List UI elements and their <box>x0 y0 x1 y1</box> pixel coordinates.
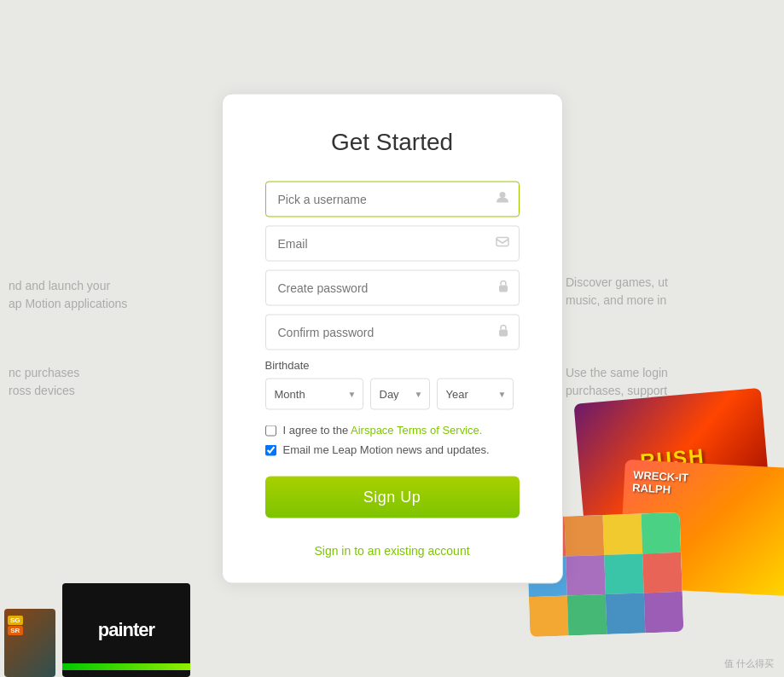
newsletter-checkbox[interactable] <box>265 445 276 456</box>
svg-rect-12 <box>499 286 508 292</box>
svg-rect-11 <box>497 238 508 246</box>
form-title: Get Started <box>265 129 520 156</box>
email-input[interactable] <box>265 226 520 262</box>
day-select[interactable]: Day for(let i=1;i<=31;i++) document.writ… <box>370 379 430 410</box>
birthdate-row: Month January February March April May J… <box>265 379 520 410</box>
svg-rect-13 <box>499 330 508 337</box>
email-field-wrapper <box>265 226 520 262</box>
tos-link[interactable]: Airspace Terms of Service. <box>351 424 482 437</box>
confirm-password-input[interactable] <box>265 315 520 350</box>
day-select-wrapper: Day for(let i=1;i<=31;i++) document.writ… <box>370 379 430 410</box>
username-input[interactable] <box>265 182 520 217</box>
birthdate-label: Birthdate <box>265 359 520 372</box>
signup-form-card: Get Started <box>222 94 563 584</box>
signup-button[interactable]: Sign Up <box>265 477 520 518</box>
month-select[interactable]: Month January February March April May J… <box>265 379 363 410</box>
lock-icon <box>497 280 509 297</box>
tos-prefix: I agree to the <box>283 424 351 437</box>
year-select-wrapper: Year for(let y=2013;y>=1900;y--) documen… <box>437 379 514 410</box>
tos-label[interactable]: I agree to the Airspace Terms of Service… <box>283 424 483 437</box>
game-thumb-painter: painter <box>62 583 190 677</box>
password-field-wrapper <box>265 270 520 306</box>
confirm-password-field-wrapper <box>265 315 520 350</box>
tos-checkbox-row: I agree to the Airspace Terms of Service… <box>265 424 520 437</box>
email-icon <box>496 235 509 252</box>
user-icon <box>496 191 509 208</box>
month-select-wrapper: Month January February March April May J… <box>265 379 363 410</box>
right-thumbnails: RUSH SPEEDWAY WRECK-ITRALPH <box>528 396 784 651</box>
newsletter-checkbox-row: Email me Leap Motion news and updates. <box>265 443 520 456</box>
tos-checkbox[interactable] <box>265 425 276 437</box>
newsletter-label[interactable]: Email me Leap Motion news and updates. <box>283 443 490 456</box>
bg-text-sync: nc purchasesross devices <box>9 364 196 400</box>
game-thumb-sg: SG SR <box>4 609 55 677</box>
bg-text-discover: Discover games, utmusic, and more in <box>528 274 775 313</box>
username-field-wrapper <box>265 182 520 217</box>
lock-confirm-icon <box>497 324 509 341</box>
left-thumbnails: SG SR painter <box>0 438 196 677</box>
watermark: 值 什么得买 <box>724 657 774 670</box>
year-select[interactable]: Year for(let y=2013;y>=1900;y--) documen… <box>437 379 514 410</box>
bg-text-launch: nd and launch yourap Motion applications <box>9 277 196 313</box>
svg-point-10 <box>499 192 505 198</box>
signin-link[interactable]: Sign in to an existing account <box>265 544 520 558</box>
password-input[interactable] <box>265 270 520 306</box>
